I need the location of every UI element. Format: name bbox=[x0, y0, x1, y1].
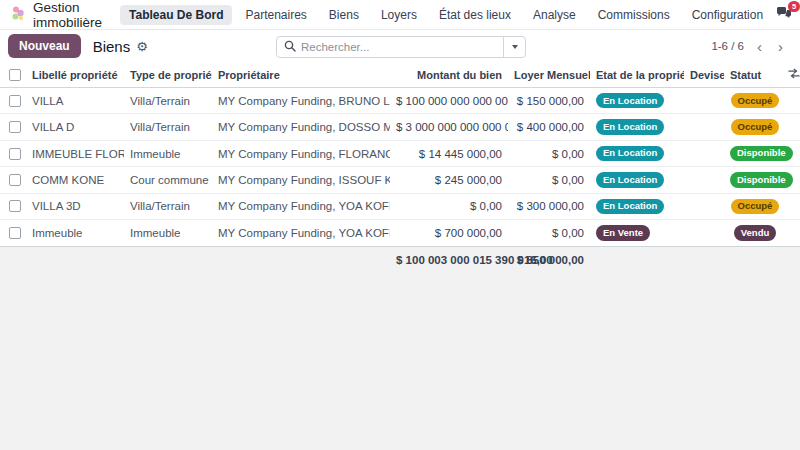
cell-libelle: IMMEUBLE FLORANCE bbox=[26, 140, 124, 166]
cell-devise bbox=[684, 220, 724, 246]
cell-montant: $ 14 445 000,00 bbox=[390, 140, 508, 166]
menu-loyers[interactable]: Loyers bbox=[372, 5, 426, 25]
col-header-loyer[interactable]: Loyer Mensuel bbox=[508, 62, 590, 88]
cell-type: Cour commune bbox=[124, 167, 212, 193]
cell-libelle: VILLA bbox=[26, 88, 124, 114]
col-header-libelle[interactable]: Libellé propriété bbox=[26, 62, 124, 88]
row-checkbox[interactable] bbox=[9, 227, 21, 239]
cell-montant: $ 3 000 000 000 000 000,00 bbox=[390, 114, 508, 140]
col-header-statut[interactable]: Statut bbox=[724, 62, 786, 88]
table-header-row: Libellé propriété Type de propriété Prop… bbox=[0, 62, 800, 88]
row-select-cell bbox=[0, 220, 26, 246]
state-badge: En Location bbox=[596, 172, 664, 187]
cell-type: Villa/Terrain bbox=[124, 114, 212, 140]
cell-montant: $ 700 000,00 bbox=[390, 220, 508, 246]
cell-devise bbox=[684, 167, 724, 193]
row-select-cell bbox=[0, 140, 26, 166]
cell-loyer: $ 0,00 bbox=[508, 167, 590, 193]
pager: 1-6 / 6 ‹ › bbox=[711, 39, 792, 54]
menu-biens[interactable]: Biens bbox=[320, 5, 368, 25]
table-row[interactable]: VILLA D Villa/Terrain MY Company Funding… bbox=[0, 114, 800, 140]
messages-button[interactable]: 5 bbox=[776, 6, 792, 24]
row-select-cell bbox=[0, 193, 26, 219]
select-all-checkbox[interactable] bbox=[9, 69, 21, 81]
app-icon bbox=[10, 5, 26, 25]
pager-next-button[interactable]: › bbox=[775, 39, 786, 54]
status-badge: Occupé bbox=[731, 93, 780, 108]
table-row[interactable]: VILLA Villa/Terrain MY Company Funding, … bbox=[0, 88, 800, 114]
col-header-etat[interactable]: Etat de la propriété bbox=[590, 62, 684, 88]
new-record-button[interactable]: Nouveau bbox=[8, 34, 81, 58]
page-title: Biens bbox=[93, 38, 131, 55]
app-switcher[interactable]: Gestion immobilière bbox=[10, 0, 102, 30]
table-row[interactable]: Immeuble Immeuble MY Company Funding, YO… bbox=[0, 220, 800, 246]
cell-etat: En Location bbox=[590, 140, 684, 166]
cell-etat: En Location bbox=[590, 193, 684, 219]
totals-spacer bbox=[0, 246, 26, 273]
status-badge: Disponible bbox=[730, 172, 793, 187]
actions-cog-icon[interactable]: ⚙ bbox=[136, 39, 148, 54]
cell-etat: En Location bbox=[590, 167, 684, 193]
col-header-proprietaire[interactable]: Propriétaire bbox=[212, 62, 390, 88]
cell-etat: En Location bbox=[590, 88, 684, 114]
menu-etat-des-lieux[interactable]: État des lieux bbox=[430, 5, 520, 25]
cell-proprietaire: MY Company Funding, DOSSO MARIAM bbox=[212, 114, 390, 140]
search-filters-toggle[interactable] bbox=[503, 37, 525, 57]
cell-devise bbox=[684, 88, 724, 114]
menu-commissions[interactable]: Commissions bbox=[589, 5, 679, 25]
cell-loyer: $ 400 000,00 bbox=[508, 114, 590, 140]
pager-previous-button[interactable]: ‹ bbox=[754, 39, 765, 54]
cell-montant: $ 100 000 000 000 000 016,00 bbox=[390, 88, 508, 114]
navbar-systray: 5 31 MY Company Funding bbox=[776, 0, 800, 36]
col-header-montant[interactable]: Montant du bien bbox=[390, 62, 508, 88]
state-badge: En Location bbox=[596, 119, 664, 134]
status-badge: Occupé bbox=[731, 199, 780, 214]
search-icon bbox=[277, 38, 301, 56]
cell-libelle: VILLA 3D bbox=[26, 193, 124, 219]
menu-partenaires[interactable]: Partenaires bbox=[236, 5, 315, 25]
main-menu: Tableau De Bord Partenaires Biens Loyers… bbox=[120, 5, 772, 25]
properties-list: Libellé propriété Type de propriété Prop… bbox=[0, 62, 800, 273]
state-badge: En Location bbox=[596, 93, 664, 108]
search-input[interactable] bbox=[301, 41, 503, 53]
row-checkbox[interactable] bbox=[9, 148, 21, 160]
row-checkbox[interactable] bbox=[9, 121, 21, 133]
table-row[interactable]: VILLA 3D Villa/Terrain MY Company Fundin… bbox=[0, 193, 800, 219]
cell-loyer: $ 0,00 bbox=[508, 140, 590, 166]
optional-columns-cell bbox=[786, 62, 800, 88]
col-header-type[interactable]: Type de propriété bbox=[124, 62, 212, 88]
cell-montant: $ 245 000,00 bbox=[390, 167, 508, 193]
row-select-cell bbox=[0, 114, 26, 140]
cell-etat: En Location bbox=[590, 114, 684, 140]
table-body: VILLA Villa/Terrain MY Company Funding, … bbox=[0, 88, 800, 247]
menu-analyse[interactable]: Analyse bbox=[524, 5, 585, 25]
cell-statut: Occupé bbox=[724, 88, 786, 114]
table-row[interactable]: IMMEUBLE FLORANCE Immeuble MY Company Fu… bbox=[0, 140, 800, 166]
total-loyer: $ 850 000,00 bbox=[508, 246, 590, 273]
row-checkbox[interactable] bbox=[9, 95, 21, 107]
search-bar bbox=[276, 36, 526, 58]
total-montant: $ 100 003 000 015 390 016,00 bbox=[390, 246, 508, 273]
optional-columns-icon[interactable] bbox=[788, 69, 800, 81]
totals-row: $ 100 003 000 015 390 016,00 $ 850 000,0… bbox=[0, 246, 800, 273]
cell-statut: Vendu bbox=[724, 220, 786, 246]
top-navbar: Gestion immobilière Tableau De Bord Part… bbox=[0, 0, 800, 30]
menu-configuration[interactable]: Configuration bbox=[683, 5, 772, 25]
state-badge: En Vente bbox=[596, 225, 650, 240]
cell-type: Immeuble bbox=[124, 140, 212, 166]
table-row[interactable]: COMM KONE Cour commune MY Company Fundin… bbox=[0, 167, 800, 193]
cell-libelle: Immeuble bbox=[26, 220, 124, 246]
menu-tableau-de-bord[interactable]: Tableau De Bord bbox=[120, 5, 232, 25]
cell-statut: Disponible bbox=[724, 167, 786, 193]
cell-proprietaire: MY Company Funding, FLORANCE TOKE bbox=[212, 140, 390, 166]
cell-type: Villa/Terrain bbox=[124, 193, 212, 219]
status-badge: Vendu bbox=[734, 225, 777, 240]
row-checkbox[interactable] bbox=[9, 174, 21, 186]
row-select-cell bbox=[0, 167, 26, 193]
cell-montant: $ 0,00 bbox=[390, 193, 508, 219]
row-checkbox[interactable] bbox=[9, 200, 21, 212]
cell-loyer: $ 150 000,00 bbox=[508, 88, 590, 114]
pager-range[interactable]: 1-6 / 6 bbox=[711, 40, 744, 52]
cell-etat: En Vente bbox=[590, 220, 684, 246]
col-header-devise[interactable]: Devise bbox=[684, 62, 724, 88]
